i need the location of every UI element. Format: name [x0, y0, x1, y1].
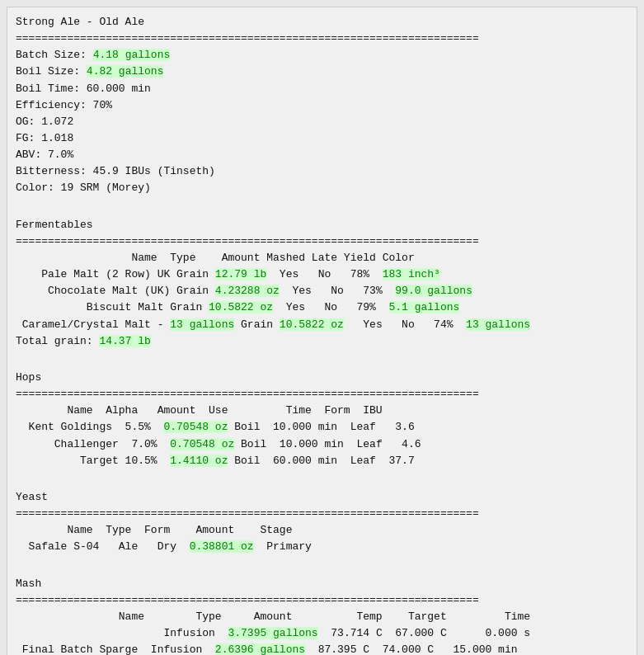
- divider-4: ========================================…: [16, 506, 628, 522]
- divider-3: ========================================…: [16, 386, 628, 403]
- fermentable-2-color: 99.0 gallons: [395, 285, 472, 297]
- boil-time: Boil Time: 60.000 min: [16, 81, 628, 97]
- fermentable-3-amount: 10.5822 oz: [209, 301, 273, 313]
- mash-title: Mash: [16, 576, 628, 592]
- yeast-row-1: Safale S-04 Ale Dry 0.38801 oz Primary: [16, 539, 628, 555]
- main-container: Strong Ale - Old Ale ===================…: [7, 7, 637, 655]
- color: Color: 19 SRM (Morey): [16, 180, 628, 196]
- efficiency: Efficiency: 70%: [16, 97, 628, 114]
- hop-2-label: Challenger 7.0%: [16, 438, 170, 450]
- mash-row-1: Infusion 3.7395 gallons 73.714 C 67.000 …: [16, 625, 628, 642]
- total-grain-label: Total grain:: [16, 335, 99, 347]
- fermentable-row-4: Caramel/Crystal Malt - 13 gallons Grain …: [16, 317, 628, 333]
- fermentable-1-color: 183 inch³: [383, 268, 440, 280]
- yeast-1-rest: Primary: [254, 540, 312, 553]
- fermentable-2-rest: Yes No 73%: [280, 285, 395, 297]
- hop-3-label: Target 10.5%: [16, 455, 170, 467]
- mash-header: Name Type Amount Temp Target Time: [16, 609, 628, 625]
- fermentables-header: Name Type Amount Mashed Late Yield Color: [16, 250, 628, 266]
- hop-row-2: Challenger 7.0% 0.70548 oz Boil 10.000 m…: [16, 436, 628, 453]
- fermentable-4-amount2: 13 gallons: [170, 318, 234, 331]
- fermentable-2-amount: 4.23288 oz: [215, 285, 280, 297]
- yeast-1-amount: 0.38801 oz: [190, 540, 254, 553]
- fermentable-row-3: Biscuit Malt Grain 10.5822 oz Yes No 79%…: [16, 299, 628, 316]
- hop-row-1: Kent Goldings 5.5% 0.70548 oz Boil 10.00…: [16, 419, 628, 436]
- total-grain-value: 14.37 lb: [99, 335, 150, 347]
- fermentable-2-label: Chocolate Malt (UK) Grain: [16, 285, 215, 297]
- hop-3-amount: 1.4110 oz: [170, 455, 228, 467]
- hop-1-label: Kent Goldings 5.5%: [16, 421, 163, 433]
- fermentable-4-rest: Yes No 74%: [344, 318, 466, 331]
- spacer-4: [16, 556, 628, 573]
- fermentable-4-color: 13 gallons: [466, 318, 530, 331]
- yeast-1-label: Safale S-04 Ale Dry: [16, 540, 190, 553]
- yeast-title: Yeast: [16, 489, 628, 506]
- hop-2-amount: 0.70548 oz: [170, 438, 234, 450]
- yeast-header: Name Type Form Amount Stage: [16, 522, 628, 539]
- fermentable-1-label: Pale Malt (2 Row) UK Grain: [16, 268, 215, 280]
- batch-size-label: Batch Size:: [16, 49, 93, 61]
- fermentable-3-rest: Yes No 79%: [273, 301, 388, 313]
- mash-row-2: Final Batch Sparge Infusion 2.6396 gallo…: [16, 642, 628, 655]
- mash-1-amount: 3.7395 gallons: [228, 627, 317, 639]
- hop-1-amount: 0.70548 oz: [163, 421, 228, 433]
- fermentable-3-color: 5.1 gallons: [389, 301, 460, 313]
- mash-1-rest: 73.714 C 67.000 C 0.000 s: [318, 627, 530, 639]
- divider-2: ========================================…: [16, 233, 628, 250]
- hop-1-rest: Boil 10.000 min Leaf 3.6: [228, 421, 414, 433]
- mash-2-label: Final Batch Sparge Infusion: [16, 643, 215, 655]
- divider-1: ========================================…: [16, 31, 628, 47]
- fermentables-title: Fermentables: [16, 217, 628, 233]
- fermentable-4-label-1: Caramel/Crystal Malt -: [16, 318, 170, 331]
- abv: ABV: 7.0%: [16, 147, 628, 163]
- boil-size-line: Boil Size: 4.82 gallons: [16, 64, 628, 80]
- spacer-3: [16, 469, 628, 486]
- hops-title: Hops: [16, 370, 628, 386]
- batch-size-line: Batch Size: 4.18 gallons: [16, 47, 628, 64]
- fermentable-4-amount: 10.5822 oz: [280, 318, 344, 331]
- bitterness: Bitterness: 45.9 IBUs (Tinseth): [16, 163, 628, 180]
- fg: FG: 1.018: [16, 130, 628, 147]
- batch-size-value: 4.18 gallons: [93, 49, 171, 61]
- hop-row-3: Target 10.5% 1.4110 oz Boil 60.000 min L…: [16, 453, 628, 469]
- hop-2-rest: Boil 10.000 min Leaf 4.6: [234, 438, 421, 450]
- fermentable-4-label-2: Grain: [234, 318, 280, 331]
- spacer-2: [16, 350, 628, 366]
- fermentable-row-2: Chocolate Malt (UK) Grain 4.23288 oz Yes…: [16, 283, 628, 299]
- hops-header: Name Alpha Amount Use Time Form IBU: [16, 403, 628, 419]
- recipe-title: Strong Ale - Old Ale: [16, 14, 628, 31]
- fermentable-3-label: Biscuit Malt Grain: [16, 301, 209, 313]
- hop-3-rest: Boil 60.000 min Leaf 37.7: [228, 455, 414, 467]
- spacer-1: [16, 197, 628, 214]
- fermentable-1-amount: 12.79 lb: [215, 268, 266, 280]
- fermentable-row-1: Pale Malt (2 Row) UK Grain 12.79 lb Yes …: [16, 266, 628, 283]
- total-grain-line: Total grain: 14.37 lb: [16, 333, 628, 350]
- og: OG: 1.072: [16, 114, 628, 130]
- fermentable-1-rest: Yes No 78%: [266, 268, 382, 280]
- mash-2-rest: 87.395 C 74.000 C 15.000 min: [305, 643, 517, 655]
- divider-5: ========================================…: [16, 592, 628, 609]
- boil-size-value: 4.82 gallons: [87, 65, 164, 78]
- mash-2-amount: 2.6396 gallons: [215, 643, 305, 655]
- mash-1-label: Infusion: [16, 627, 228, 639]
- boil-size-label: Boil Size:: [16, 65, 87, 78]
